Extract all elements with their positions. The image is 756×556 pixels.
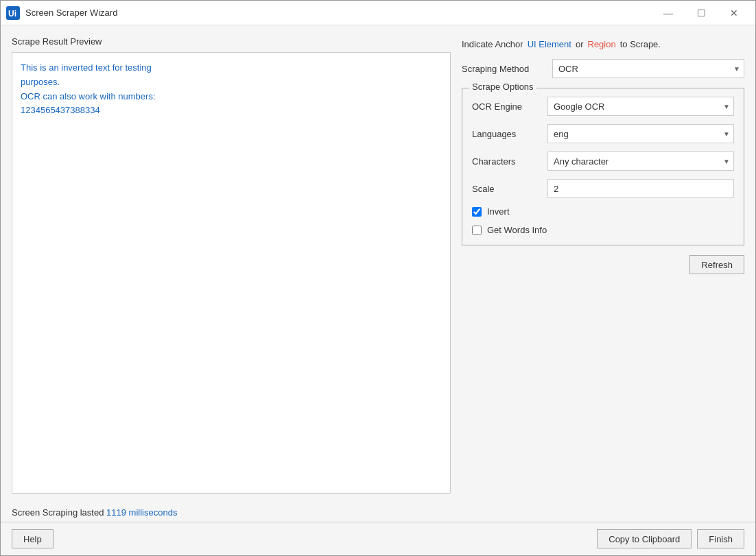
scale-row: Scale <box>472 179 734 198</box>
copy-to-clipboard-button[interactable]: Copy to Clipboard <box>597 529 692 548</box>
invert-label[interactable]: Invert <box>487 206 510 217</box>
refresh-row: Refresh <box>462 255 744 274</box>
main-content: Scrape Result Preview This is an inverte… <box>1 25 755 505</box>
minimize-button[interactable]: — <box>652 2 684 24</box>
footer-right: Copy to Clipboard Finish <box>597 529 744 548</box>
get-words-info-checkbox[interactable] <box>472 226 482 235</box>
scrape-options-fieldset: Scrape Options OCR Engine Google OCR Tes… <box>462 88 744 245</box>
ocr-engine-label: OCR Engine <box>472 101 541 112</box>
languages-select[interactable]: eng fra deu spa <box>547 124 734 143</box>
status-suffix: milliseconds <box>129 507 178 518</box>
languages-row: Languages eng fra deu spa ▼ <box>472 124 734 143</box>
footer-bar: Help Copy to Clipboard Finish <box>1 522 755 555</box>
preview-line-4: 1234565437388334 <box>21 104 442 118</box>
status-value: 1119 <box>106 507 126 518</box>
ocr-engine-select[interactable]: Google OCR Tesseract Microsoft OCR <box>547 97 734 116</box>
scrape-options-legend: Scrape Options <box>469 82 536 92</box>
preview-label: Scrape Result Preview <box>12 36 451 47</box>
left-panel: Scrape Result Preview This is an inverte… <box>12 36 451 494</box>
characters-row: Characters Any character Digits only Let… <box>472 152 734 171</box>
anchor-connector: or <box>576 39 584 49</box>
scraping-method-row: Scraping Method OCR Text Native Text ▼ <box>462 59 744 78</box>
scraping-method-label: Scraping Method <box>462 64 544 74</box>
region-link[interactable]: Region <box>588 39 616 49</box>
refresh-button[interactable]: Refresh <box>689 255 744 274</box>
scale-label: Scale <box>472 184 541 194</box>
preview-line-2: purposes. <box>21 75 442 90</box>
main-window: Ui Screen Scraper Wizard — ☐ ✕ Scrape Re… <box>0 0 756 556</box>
ocr-engine-row: OCR Engine Google OCR Tesseract Microsof… <box>472 97 734 116</box>
characters-select[interactable]: Any character Digits only Letters only <box>547 152 734 171</box>
preview-text: This is an inverted text for testing pur… <box>21 61 442 118</box>
titlebar-controls: — ☐ ✕ <box>652 2 750 24</box>
scraping-method-select[interactable]: OCR Text Native Text <box>552 59 744 78</box>
invert-row: Invert <box>472 206 734 217</box>
preview-line-3: OCR can also work with numbers: <box>21 90 442 104</box>
anchor-prefix: Indicate Anchor <box>462 39 523 49</box>
titlebar: Ui Screen Scraper Wizard — ☐ ✕ <box>1 1 755 25</box>
finish-button[interactable]: Finish <box>697 529 744 548</box>
status-bar: Screen Scraping lasted 1119 milliseconds <box>1 505 755 522</box>
preview-line-1: This is an inverted text for testing <box>21 61 442 75</box>
invert-checkbox[interactable] <box>472 207 482 217</box>
window-title: Screen Scraper Wizard <box>25 8 652 18</box>
anchor-row: Indicate Anchor UI Element or Region to … <box>462 36 744 49</box>
ocr-engine-wrapper: Google OCR Tesseract Microsoft OCR ▼ <box>547 97 734 116</box>
characters-label: Characters <box>472 156 541 167</box>
get-words-info-row: Get Words Info <box>472 225 734 235</box>
app-logo: Ui <box>6 6 20 20</box>
preview-box: This is an inverted text for testing pur… <box>12 52 451 494</box>
languages-label: Languages <box>472 129 541 139</box>
maximize-button[interactable]: ☐ <box>685 2 717 24</box>
footer-left: Help <box>12 529 54 548</box>
characters-wrapper: Any character Digits only Letters only ▼ <box>547 152 734 171</box>
get-words-info-label[interactable]: Get Words Info <box>487 225 547 235</box>
right-panel: Indicate Anchor UI Element or Region to … <box>462 36 744 494</box>
anchor-suffix: to Scrape. <box>620 39 661 49</box>
languages-wrapper: eng fra deu spa ▼ <box>547 124 734 143</box>
close-button[interactable]: ✕ <box>718 2 750 24</box>
help-button[interactable]: Help <box>12 529 54 548</box>
ui-element-link[interactable]: UI Element <box>528 39 571 49</box>
svg-text:Ui: Ui <box>8 9 16 19</box>
scraping-method-wrapper: OCR Text Native Text ▼ <box>552 59 744 78</box>
scale-input[interactable] <box>547 179 734 198</box>
status-prefix: Screen Scraping lasted <box>12 507 104 518</box>
